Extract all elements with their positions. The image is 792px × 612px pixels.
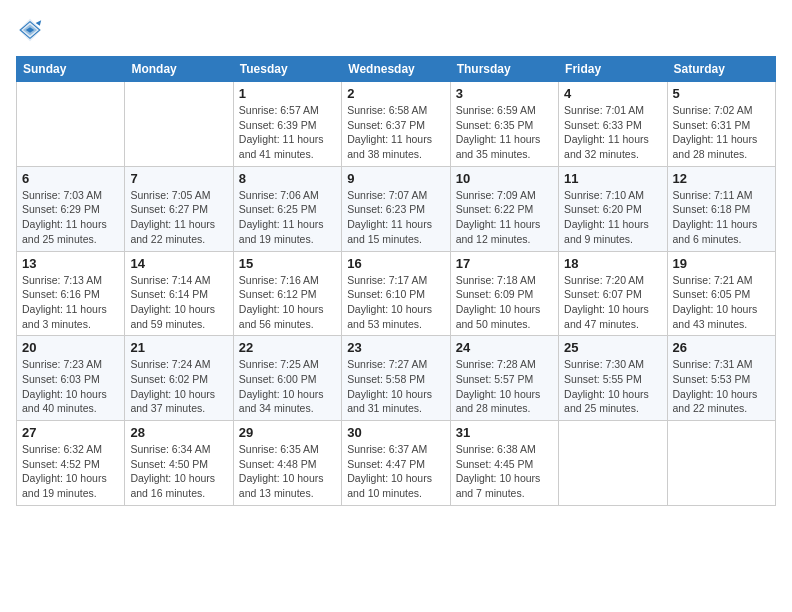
day-number: 29 (239, 425, 336, 440)
calendar-week-row: 1Sunrise: 6:57 AM Sunset: 6:39 PM Daylig… (17, 82, 776, 167)
day-number: 7 (130, 171, 227, 186)
day-number: 23 (347, 340, 444, 355)
day-info: Sunrise: 7:10 AM Sunset: 6:20 PM Dayligh… (564, 188, 661, 247)
day-number: 4 (564, 86, 661, 101)
day-number: 31 (456, 425, 553, 440)
day-number: 15 (239, 256, 336, 271)
day-number: 28 (130, 425, 227, 440)
day-info: Sunrise: 7:28 AM Sunset: 5:57 PM Dayligh… (456, 357, 553, 416)
day-info: Sunrise: 6:34 AM Sunset: 4:50 PM Dayligh… (130, 442, 227, 501)
day-number: 11 (564, 171, 661, 186)
calendar-cell: 7Sunrise: 7:05 AM Sunset: 6:27 PM Daylig… (125, 166, 233, 251)
calendar-cell: 4Sunrise: 7:01 AM Sunset: 6:33 PM Daylig… (559, 82, 667, 167)
day-info: Sunrise: 7:11 AM Sunset: 6:18 PM Dayligh… (673, 188, 770, 247)
day-info: Sunrise: 6:35 AM Sunset: 4:48 PM Dayligh… (239, 442, 336, 501)
day-number: 1 (239, 86, 336, 101)
calendar-header-row: SundayMondayTuesdayWednesdayThursdayFrid… (17, 57, 776, 82)
calendar-cell: 31Sunrise: 6:38 AM Sunset: 4:45 PM Dayli… (450, 421, 558, 506)
column-header-thursday: Thursday (450, 57, 558, 82)
day-number: 27 (22, 425, 119, 440)
day-info: Sunrise: 6:32 AM Sunset: 4:52 PM Dayligh… (22, 442, 119, 501)
day-info: Sunrise: 7:20 AM Sunset: 6:07 PM Dayligh… (564, 273, 661, 332)
calendar-cell: 21Sunrise: 7:24 AM Sunset: 6:02 PM Dayli… (125, 336, 233, 421)
logo (16, 16, 48, 44)
day-number: 8 (239, 171, 336, 186)
day-number: 10 (456, 171, 553, 186)
day-info: Sunrise: 7:02 AM Sunset: 6:31 PM Dayligh… (673, 103, 770, 162)
calendar-cell: 9Sunrise: 7:07 AM Sunset: 6:23 PM Daylig… (342, 166, 450, 251)
page-header (16, 16, 776, 44)
column-header-friday: Friday (559, 57, 667, 82)
column-header-tuesday: Tuesday (233, 57, 341, 82)
calendar-cell: 10Sunrise: 7:09 AM Sunset: 6:22 PM Dayli… (450, 166, 558, 251)
calendar-cell: 19Sunrise: 7:21 AM Sunset: 6:05 PM Dayli… (667, 251, 775, 336)
calendar-cell: 16Sunrise: 7:17 AM Sunset: 6:10 PM Dayli… (342, 251, 450, 336)
day-number: 19 (673, 256, 770, 271)
calendar-cell: 30Sunrise: 6:37 AM Sunset: 4:47 PM Dayli… (342, 421, 450, 506)
day-info: Sunrise: 7:07 AM Sunset: 6:23 PM Dayligh… (347, 188, 444, 247)
calendar-cell: 1Sunrise: 6:57 AM Sunset: 6:39 PM Daylig… (233, 82, 341, 167)
column-header-saturday: Saturday (667, 57, 775, 82)
day-number: 21 (130, 340, 227, 355)
day-number: 12 (673, 171, 770, 186)
calendar-cell: 26Sunrise: 7:31 AM Sunset: 5:53 PM Dayli… (667, 336, 775, 421)
day-number: 9 (347, 171, 444, 186)
calendar-cell (125, 82, 233, 167)
calendar-cell: 20Sunrise: 7:23 AM Sunset: 6:03 PM Dayli… (17, 336, 125, 421)
calendar-cell: 27Sunrise: 6:32 AM Sunset: 4:52 PM Dayli… (17, 421, 125, 506)
calendar-week-row: 13Sunrise: 7:13 AM Sunset: 6:16 PM Dayli… (17, 251, 776, 336)
day-info: Sunrise: 6:57 AM Sunset: 6:39 PM Dayligh… (239, 103, 336, 162)
day-number: 13 (22, 256, 119, 271)
day-info: Sunrise: 7:14 AM Sunset: 6:14 PM Dayligh… (130, 273, 227, 332)
calendar-table: SundayMondayTuesdayWednesdayThursdayFrid… (16, 56, 776, 506)
day-info: Sunrise: 7:06 AM Sunset: 6:25 PM Dayligh… (239, 188, 336, 247)
day-info: Sunrise: 7:16 AM Sunset: 6:12 PM Dayligh… (239, 273, 336, 332)
day-info: Sunrise: 7:21 AM Sunset: 6:05 PM Dayligh… (673, 273, 770, 332)
calendar-cell: 5Sunrise: 7:02 AM Sunset: 6:31 PM Daylig… (667, 82, 775, 167)
calendar-cell: 22Sunrise: 7:25 AM Sunset: 6:00 PM Dayli… (233, 336, 341, 421)
column-header-sunday: Sunday (17, 57, 125, 82)
day-number: 18 (564, 256, 661, 271)
day-number: 2 (347, 86, 444, 101)
day-number: 26 (673, 340, 770, 355)
day-info: Sunrise: 7:17 AM Sunset: 6:10 PM Dayligh… (347, 273, 444, 332)
calendar-week-row: 27Sunrise: 6:32 AM Sunset: 4:52 PM Dayli… (17, 421, 776, 506)
day-number: 22 (239, 340, 336, 355)
day-info: Sunrise: 7:01 AM Sunset: 6:33 PM Dayligh… (564, 103, 661, 162)
day-info: Sunrise: 6:58 AM Sunset: 6:37 PM Dayligh… (347, 103, 444, 162)
calendar-cell: 24Sunrise: 7:28 AM Sunset: 5:57 PM Dayli… (450, 336, 558, 421)
day-info: Sunrise: 7:23 AM Sunset: 6:03 PM Dayligh… (22, 357, 119, 416)
calendar-cell: 15Sunrise: 7:16 AM Sunset: 6:12 PM Dayli… (233, 251, 341, 336)
calendar-cell: 11Sunrise: 7:10 AM Sunset: 6:20 PM Dayli… (559, 166, 667, 251)
calendar-cell: 3Sunrise: 6:59 AM Sunset: 6:35 PM Daylig… (450, 82, 558, 167)
day-info: Sunrise: 7:13 AM Sunset: 6:16 PM Dayligh… (22, 273, 119, 332)
day-number: 3 (456, 86, 553, 101)
calendar-cell: 6Sunrise: 7:03 AM Sunset: 6:29 PM Daylig… (17, 166, 125, 251)
day-info: Sunrise: 7:25 AM Sunset: 6:00 PM Dayligh… (239, 357, 336, 416)
day-number: 16 (347, 256, 444, 271)
day-info: Sunrise: 6:59 AM Sunset: 6:35 PM Dayligh… (456, 103, 553, 162)
calendar-cell: 18Sunrise: 7:20 AM Sunset: 6:07 PM Dayli… (559, 251, 667, 336)
calendar-cell: 28Sunrise: 6:34 AM Sunset: 4:50 PM Dayli… (125, 421, 233, 506)
calendar-cell: 8Sunrise: 7:06 AM Sunset: 6:25 PM Daylig… (233, 166, 341, 251)
calendar-cell: 25Sunrise: 7:30 AM Sunset: 5:55 PM Dayli… (559, 336, 667, 421)
calendar-cell: 2Sunrise: 6:58 AM Sunset: 6:37 PM Daylig… (342, 82, 450, 167)
calendar-cell: 13Sunrise: 7:13 AM Sunset: 6:16 PM Dayli… (17, 251, 125, 336)
day-number: 14 (130, 256, 227, 271)
calendar-cell: 23Sunrise: 7:27 AM Sunset: 5:58 PM Dayli… (342, 336, 450, 421)
day-info: Sunrise: 7:27 AM Sunset: 5:58 PM Dayligh… (347, 357, 444, 416)
day-info: Sunrise: 6:38 AM Sunset: 4:45 PM Dayligh… (456, 442, 553, 501)
calendar-cell (667, 421, 775, 506)
day-number: 25 (564, 340, 661, 355)
calendar-cell: 17Sunrise: 7:18 AM Sunset: 6:09 PM Dayli… (450, 251, 558, 336)
day-number: 5 (673, 86, 770, 101)
day-info: Sunrise: 7:18 AM Sunset: 6:09 PM Dayligh… (456, 273, 553, 332)
day-info: Sunrise: 7:03 AM Sunset: 6:29 PM Dayligh… (22, 188, 119, 247)
calendar-cell (17, 82, 125, 167)
day-info: Sunrise: 7:30 AM Sunset: 5:55 PM Dayligh… (564, 357, 661, 416)
calendar-cell: 12Sunrise: 7:11 AM Sunset: 6:18 PM Dayli… (667, 166, 775, 251)
calendar-body: 1Sunrise: 6:57 AM Sunset: 6:39 PM Daylig… (17, 82, 776, 506)
day-info: Sunrise: 7:05 AM Sunset: 6:27 PM Dayligh… (130, 188, 227, 247)
day-info: Sunrise: 7:09 AM Sunset: 6:22 PM Dayligh… (456, 188, 553, 247)
day-number: 24 (456, 340, 553, 355)
